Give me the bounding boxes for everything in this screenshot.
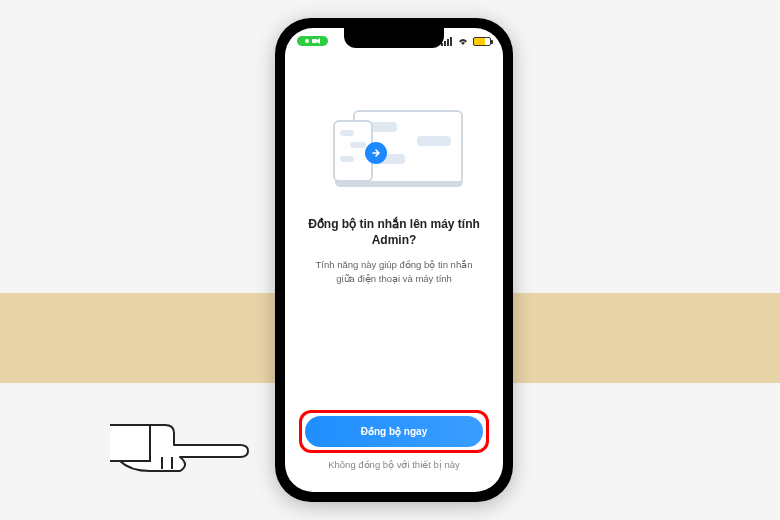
svg-rect-0 — [312, 39, 317, 43]
sync-illustration — [319, 104, 469, 194]
sync-description: Tính năng này giúp đồng bộ tin nhắn giữa… — [299, 258, 489, 285]
skip-sync-link[interactable]: Không đồng bộ với thiết bị này — [328, 459, 460, 470]
battery-icon — [473, 37, 491, 46]
phone-screen: Đồng bộ tin nhắn lên máy tính Admin? Tín… — [285, 28, 503, 492]
wifi-icon — [457, 36, 469, 46]
recording-indicator — [297, 36, 328, 46]
tutorial-highlight: Đồng bộ ngay — [299, 410, 489, 453]
svg-rect-2 — [444, 41, 446, 46]
svg-rect-4 — [450, 37, 452, 46]
svg-rect-3 — [447, 39, 449, 46]
phone-notch — [344, 28, 444, 48]
phone-frame: Đồng bộ tin nhắn lên máy tính Admin? Tín… — [275, 18, 513, 502]
sync-prompt-content: Đồng bộ tin nhắn lên máy tính Admin? Tín… — [285, 58, 503, 492]
pointing-hand-icon — [110, 405, 270, 485]
sync-now-button[interactable]: Đồng bộ ngay — [305, 416, 483, 447]
sync-heading: Đồng bộ tin nhắn lên máy tính Admin? — [299, 216, 489, 248]
arrow-right-icon — [365, 142, 387, 164]
